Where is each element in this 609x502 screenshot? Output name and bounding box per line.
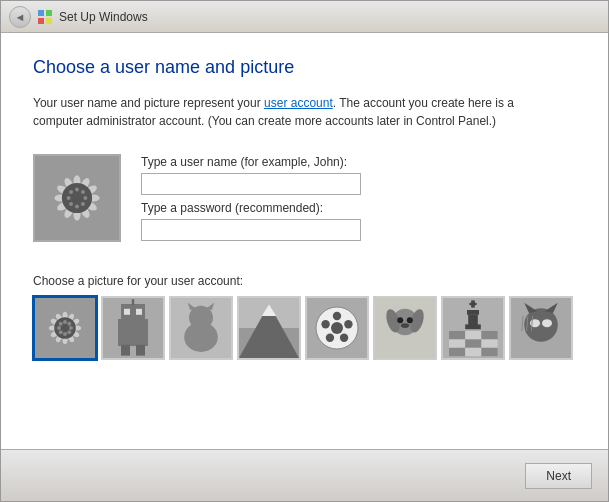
- picture-section: Choose a picture for your user account:: [33, 274, 576, 360]
- password-label: Type a password (recommended):: [141, 201, 361, 215]
- password-group: Type a password (recommended):: [141, 201, 361, 241]
- picture-thumb-7[interactable]: [509, 296, 573, 360]
- picture-thumb-4[interactable]: [305, 296, 369, 360]
- picture-section-label: Choose a picture for your user account:: [33, 274, 576, 288]
- picture-thumb-2[interactable]: [169, 296, 233, 360]
- password-input[interactable]: [141, 219, 361, 241]
- picture-thumb-6[interactable]: [441, 296, 505, 360]
- user-picture-display: [33, 154, 121, 242]
- description: Your user name and picture represent you…: [33, 94, 553, 130]
- picture-thumb-0[interactable]: [33, 296, 97, 360]
- description-text-1: Your user name and picture represent you…: [33, 96, 264, 110]
- svg-rect-3: [46, 18, 52, 24]
- username-group: Type a user name (for example, John):: [141, 155, 361, 195]
- username-input[interactable]: [141, 173, 361, 195]
- back-button[interactable]: ◄: [9, 6, 31, 28]
- form-section: Type a user name (for example, John): Ty…: [33, 154, 576, 242]
- user-account-link[interactable]: user account: [264, 96, 333, 110]
- picture-thumb-5[interactable]: [373, 296, 437, 360]
- svg-rect-2: [38, 18, 44, 24]
- main-content: Choose a user name and picture Your user…: [1, 33, 608, 449]
- user-picture-canvas: [35, 156, 119, 240]
- svg-rect-1: [46, 10, 52, 16]
- title-bar-text: Set Up Windows: [59, 10, 148, 24]
- username-label: Type a user name (for example, John):: [141, 155, 361, 169]
- footer: Next: [1, 449, 608, 501]
- window-icon: [37, 9, 53, 25]
- picture-thumb-1[interactable]: [101, 296, 165, 360]
- next-button[interactable]: Next: [525, 463, 592, 489]
- picture-strip: [33, 296, 576, 360]
- window: ◄ Set Up Windows Choose a user name and …: [0, 0, 609, 502]
- form-fields: Type a user name (for example, John): Ty…: [141, 154, 361, 242]
- page-title: Choose a user name and picture: [33, 57, 576, 78]
- svg-rect-0: [38, 10, 44, 16]
- title-bar: ◄ Set Up Windows: [1, 1, 608, 33]
- picture-thumb-3[interactable]: [237, 296, 301, 360]
